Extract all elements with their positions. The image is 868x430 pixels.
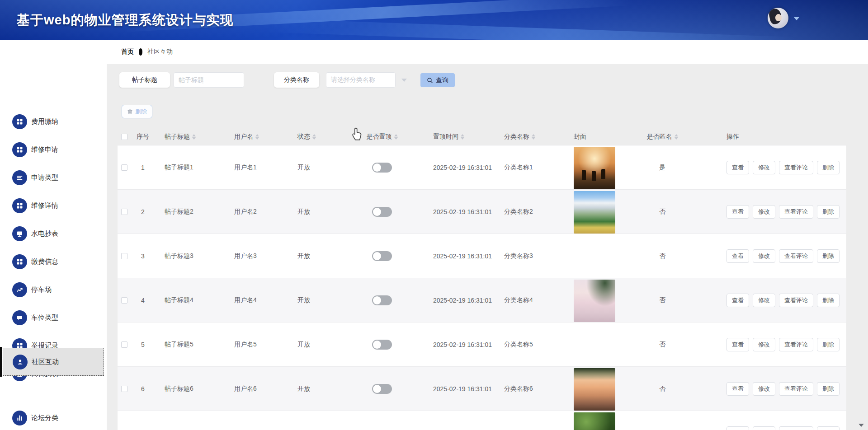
column-header-index: 序号	[134, 128, 152, 145]
user-icon	[13, 355, 28, 369]
pin-toggle[interactable]	[372, 340, 392, 350]
anonymous-flag: 否	[642, 278, 683, 322]
column-header-pin-time[interactable]: 置顶时间	[433, 128, 510, 145]
row-index: 1	[134, 145, 152, 190]
chevron-down-icon[interactable]	[401, 79, 407, 82]
delete-button[interactable]: 删除	[817, 161, 840, 174]
edit-button[interactable]: 修改	[753, 205, 775, 219]
column-header-anonymous[interactable]: 是否匿名	[642, 128, 683, 145]
pin-toggle[interactable]	[372, 207, 392, 217]
sidebar-item-label: 维修申请	[31, 145, 58, 154]
sort-icon[interactable]	[192, 134, 196, 140]
delete-button[interactable]: 删除	[817, 294, 840, 307]
view-comments-button[interactable]: 查看评论	[779, 294, 813, 307]
view-comments-button[interactable]: 查看评论	[779, 249, 813, 263]
table-row: 查看 修改 查看评论 删除	[118, 411, 846, 430]
sidebar-item-label: 维修详情	[31, 201, 58, 210]
pin-toggle[interactable]	[372, 163, 392, 173]
column-header-status[interactable]: 状态	[297, 128, 347, 145]
sidebar-item-parking-type[interactable]: 车位类型	[0, 304, 107, 332]
column-header-title[interactable]: 帖子标题	[165, 128, 232, 145]
sidebar-item-forum-category[interactable]: 论坛分类	[0, 404, 107, 430]
cover-image	[574, 368, 615, 411]
sidebar-item-repair-apply[interactable]: 维修申请	[0, 136, 107, 164]
select-all-checkbox[interactable]	[121, 134, 127, 140]
view-button[interactable]: 查看	[726, 249, 749, 263]
row-checkbox[interactable]	[121, 297, 127, 304]
chevron-down-icon[interactable]	[794, 17, 799, 20]
sidebar-item-payment-info[interactable]: 缴费信息	[0, 248, 107, 276]
row-checkbox[interactable]	[121, 386, 127, 392]
batch-delete-button[interactable]: 删除	[122, 105, 152, 118]
view-button[interactable]: 查看	[726, 294, 749, 307]
table-header-row: 序号 帖子标题 用户名 状态 是否置顶 置顶时间 分类名称 封面 是否匿名 操作	[118, 128, 846, 145]
post-title: 帖子标题5	[165, 322, 232, 367]
view-comments-button[interactable]: 查看评论	[779, 426, 813, 430]
delete-button[interactable]: 删除	[817, 382, 840, 396]
edit-button[interactable]: 修改	[753, 294, 775, 307]
sidebar-item-community-interaction[interactable]: 社区互动	[3, 348, 104, 376]
view-button[interactable]: 查看	[726, 382, 749, 396]
sort-icon[interactable]	[532, 134, 535, 140]
cover-image	[574, 412, 615, 430]
sort-icon[interactable]	[255, 134, 259, 140]
list-icon	[12, 170, 27, 185]
post-title-input[interactable]	[174, 72, 244, 88]
column-header-user[interactable]: 用户名	[234, 128, 293, 145]
edit-button[interactable]: 修改	[753, 249, 775, 263]
delete-button[interactable]: 删除	[817, 426, 840, 430]
delete-button[interactable]: 删除	[817, 338, 840, 351]
category-select[interactable]: 请选择分类名称	[326, 72, 396, 88]
view-comments-button[interactable]: 查看评论	[779, 205, 813, 219]
edit-button[interactable]: 修改	[753, 161, 775, 174]
sort-icon[interactable]	[312, 134, 316, 140]
status: 开放	[297, 190, 347, 234]
sidebar-item-apply-type[interactable]: 申请类型	[0, 164, 107, 192]
breadcrumb-home[interactable]: 首页	[121, 48, 134, 56]
sidebar-item-fee-payment[interactable]: 费用缴纳	[0, 108, 107, 136]
edit-button[interactable]: 修改	[753, 382, 775, 396]
view-comments-button[interactable]: 查看评论	[779, 161, 813, 174]
view-comments-button[interactable]: 查看评论	[779, 338, 813, 351]
sidebar-item-parking-lot[interactable]: 停车场	[0, 276, 107, 304]
row-checkbox[interactable]	[121, 209, 127, 215]
query-button[interactable]: 查询	[420, 73, 455, 87]
delete-button-label: 删除	[135, 108, 147, 116]
bar-chart-icon	[12, 411, 27, 425]
view-comments-button[interactable]: 查看评论	[779, 382, 813, 396]
edit-button[interactable]: 修改	[753, 426, 775, 430]
delete-button[interactable]: 删除	[817, 249, 840, 263]
table-row: 3 帖子标题3 用户名3 开放 2025-02-19 16:31:01 分类名称…	[118, 234, 846, 278]
sidebar-item-label: 水电抄表	[31, 229, 58, 238]
view-button[interactable]: 查看	[726, 161, 749, 174]
column-header-category[interactable]: 分类名称	[504, 128, 567, 145]
sidebar-item-repair-detail[interactable]: 维修详情	[0, 192, 107, 220]
status: 开放	[297, 322, 347, 367]
grid-icon	[12, 198, 27, 213]
pin-toggle[interactable]	[372, 295, 392, 305]
anonymous-flag: 是	[642, 145, 683, 190]
row-checkbox[interactable]	[121, 164, 127, 171]
sort-icon[interactable]	[461, 134, 464, 140]
row-checkbox[interactable]	[121, 341, 127, 348]
view-button[interactable]: 查看	[726, 338, 749, 351]
column-header-pinned[interactable]: 是否置顶	[357, 128, 407, 145]
pin-toggle[interactable]	[372, 251, 392, 261]
pin-toggle[interactable]	[372, 384, 392, 394]
view-button[interactable]: 查看	[726, 205, 749, 219]
anonymous-flag: 否	[642, 190, 683, 234]
sidebar-item-meter-reading[interactable]: 水电抄表	[0, 220, 107, 248]
row-checkbox[interactable]	[121, 253, 127, 259]
edit-button[interactable]: 修改	[753, 338, 775, 351]
sidebar-item-label: 论坛分类	[31, 414, 58, 422]
delete-button[interactable]: 删除	[817, 205, 840, 219]
row-index: 2	[134, 190, 152, 234]
sort-icon[interactable]	[675, 134, 678, 140]
avatar[interactable]	[768, 8, 788, 28]
sort-icon[interactable]	[394, 134, 398, 140]
sidebar-item-label: 申请类型	[31, 173, 58, 182]
sidebar-item-label: 费用缴纳	[31, 117, 58, 126]
post-title: 帖子标题3	[165, 234, 232, 278]
view-button[interactable]: 查看	[726, 426, 749, 430]
selected-item-strip	[0, 347, 2, 377]
